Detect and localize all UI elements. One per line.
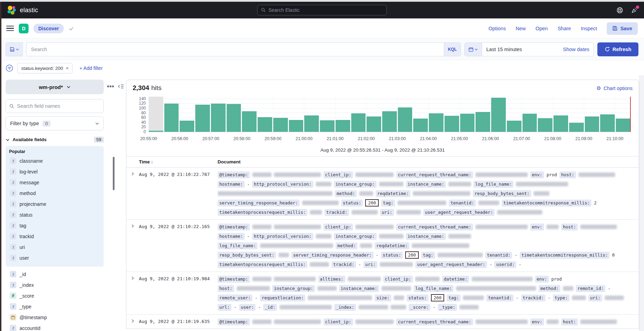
remove-filter-icon[interactable]: × [66, 65, 69, 71]
row-document[interactable]: @timestamp:client_ip:current_request_thr… [218, 317, 639, 326]
histogram-bar-21:08:00[interactable] [553, 97, 568, 132]
field-list-item-_id[interactable]: t_id [9, 269, 100, 280]
histogram-bar-20:55:30[interactable] [164, 97, 179, 132]
discover-app-icon[interactable]: D [19, 24, 29, 33]
expand-row-icon[interactable] [126, 222, 139, 269]
field-value: prod [547, 172, 557, 177]
row-document[interactable]: @timestamp:alltimes:client_ip:datetime:e… [218, 274, 639, 312]
histogram-bar-21:04:00[interactable] [429, 97, 443, 132]
histogram-bar-20:57:30[interactable] [227, 97, 241, 132]
filter-pill-status-keyword-200[interactable]: status.keyword: 200 × [17, 63, 72, 73]
field-list-item-accountid[interactable]: taccountid [9, 323, 100, 331]
kql-search-input[interactable] [27, 47, 444, 52]
whats-new-icon[interactable] [631, 7, 638, 14]
histogram-bar-21:01:00[interactable] [336, 97, 350, 132]
field-list-item-classname[interactable]: tclassname [9, 155, 100, 166]
histogram-bar-21:04:30[interactable] [445, 97, 459, 132]
filter-menu-icon[interactable] [6, 64, 13, 72]
field-list-item-method[interactable]: tmethod [9, 188, 100, 199]
histogram-bar-21:05:00[interactable] [460, 97, 475, 132]
histogram-bar-21:06:00[interactable] [491, 97, 506, 132]
field-list-item-log-level[interactable]: tlog-level [9, 166, 100, 177]
field-list-item-message[interactable]: tmessage [9, 177, 100, 188]
collapse-sidebar-icon[interactable] [118, 84, 124, 89]
filter-by-type-button[interactable]: Filter by type 0 [6, 116, 104, 130]
histogram-bar-20:55:00[interactable] [149, 97, 163, 132]
menu-icon[interactable] [6, 26, 14, 31]
options-link[interactable]: Options [488, 26, 506, 31]
sort-descending-icon[interactable]: ↓ [151, 159, 153, 164]
field-list-item-tag[interactable]: ttag [9, 220, 100, 231]
histogram-bar-20:59:00[interactable] [273, 97, 288, 132]
global-search-input[interactable] [268, 7, 383, 13]
field-list-item-status[interactable]: tstatus [9, 209, 100, 220]
histogram-bar-21:01:30[interactable] [351, 97, 366, 132]
histogram-bar-21:07:30[interactable] [538, 97, 552, 132]
share-link[interactable]: Share [558, 26, 571, 31]
sidebar-scrollbar[interactable] [113, 157, 115, 190]
expand-row-icon[interactable] [126, 170, 139, 217]
save-button[interactable]: Save [607, 22, 638, 35]
histogram-bar-21:03:30[interactable] [413, 97, 428, 132]
field-list-item-_score[interactable]: #_score [9, 290, 100, 301]
help-icon[interactable] [616, 7, 623, 14]
field-list-item-projectname[interactable]: tprojectname [9, 199, 100, 209]
window-scrollbar-track[interactable] [639, 75, 644, 331]
histogram-bar-21:00:30[interactable] [320, 97, 335, 132]
expand-row-icon[interactable] [126, 274, 139, 312]
field-list-item-uri[interactable]: turi [9, 242, 100, 252]
show-dates-link[interactable]: Show dates [559, 47, 594, 52]
refresh-button[interactable]: Refresh [597, 42, 638, 56]
histogram-bar-20:59:30[interactable] [289, 97, 304, 132]
kql-language-button[interactable]: KQL [444, 43, 461, 56]
field-list-item-trackid[interactable]: ttrackid [9, 231, 100, 242]
inspect-link[interactable]: Inspect [581, 26, 597, 31]
x-axis-tick-label: 20:56:00 [171, 136, 188, 141]
histogram-bar-21:09:30[interactable] [600, 97, 615, 132]
histogram-bar-21:05:30[interactable] [476, 97, 490, 132]
field-list-item-@timestamp[interactable]: @timestamp [9, 312, 100, 323]
histogram-bar-21:06:30[interactable] [507, 97, 521, 132]
histogram-bar-21:07:00[interactable] [523, 97, 537, 132]
histogram-bar-20:56:30[interactable] [195, 97, 210, 132]
field-search-input[interactable] [17, 103, 100, 109]
expand-row-icon[interactable] [126, 317, 139, 326]
text-field-type-icon: t [10, 190, 16, 196]
y-axis-tick-label: 40 [132, 120, 146, 125]
histogram-bar-21:02:30[interactable] [382, 97, 397, 132]
field-search[interactable] [6, 99, 104, 113]
time-column-header[interactable]: Time↓ [139, 159, 218, 164]
row-document[interactable]: @timestamp:client_ip:current_request_thr… [218, 170, 639, 217]
saved-query-menu-button[interactable] [6, 42, 23, 56]
field-list-item-_index[interactable]: t_index [9, 280, 100, 290]
histogram-bar-20:58:00[interactable] [242, 97, 257, 132]
new-link[interactable]: New [516, 26, 526, 31]
histogram-bar-21:03:00[interactable] [398, 97, 413, 132]
index-pattern-selector[interactable]: wm-prod* [6, 80, 104, 94]
available-fields-header[interactable]: Available fields 59 [6, 137, 104, 143]
histogram-bar-21:00:00[interactable] [304, 97, 319, 132]
global-search[interactable] [257, 5, 387, 15]
field-list-item-user[interactable]: tuser [9, 252, 100, 263]
field-list-item-_type[interactable]: t_type [9, 301, 100, 312]
boxes-horizontal-icon[interactable] [107, 86, 114, 87]
hits-histogram[interactable]: 020406080100120140 20:55:0020:56:0020:57… [132, 94, 633, 145]
date-picker[interactable]: Last 15 minutes Show dates [464, 42, 594, 56]
histogram-bar-21:08:30[interactable] [569, 97, 584, 132]
date-picker-calendar-button[interactable] [465, 43, 482, 56]
breadcrumb[interactable]: Discover [33, 24, 64, 33]
time-range-value[interactable]: Last 15 minutes [482, 47, 559, 52]
kql-search-field[interactable]: KQL [26, 42, 461, 56]
check-icon[interactable] [69, 26, 74, 31]
elastic-logo[interactable]: elastic [6, 5, 38, 15]
add-filter-link[interactable]: + Add filter [79, 65, 103, 71]
histogram-bar-20:56:00[interactable] [180, 97, 194, 132]
histogram-bar-20:57:00[interactable] [211, 97, 226, 132]
histogram-bar-21:10:00[interactable] [616, 97, 630, 132]
histogram-bar-20:58:30[interactable] [258, 97, 272, 132]
histogram-bar-21:02:00[interactable] [367, 97, 381, 132]
chart-options-button[interactable]: ⚙ Chart options [596, 85, 633, 91]
open-link[interactable]: Open [535, 26, 548, 31]
histogram-bar-21:09:00[interactable] [585, 97, 599, 132]
row-document[interactable]: @timestamp:client_ip:current_request_thr… [218, 222, 639, 269]
